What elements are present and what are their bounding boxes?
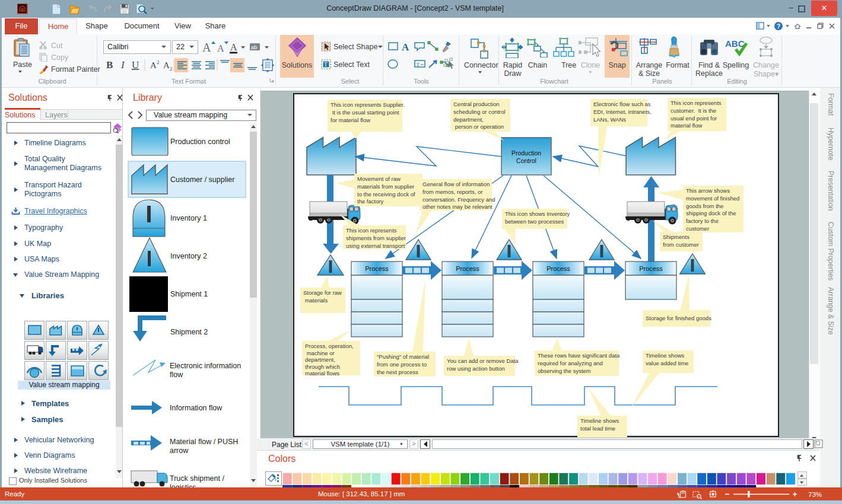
svg-text:2: 2: [170, 66, 173, 72]
svg-text:B: B: [106, 59, 113, 71]
svg-text:A: A: [230, 42, 237, 52]
svg-text:73%: 73%: [808, 491, 822, 498]
svg-text:Process: Process: [639, 265, 663, 272]
svg-text:Process: Process: [365, 265, 389, 272]
svg-text:T: T: [417, 62, 420, 68]
svg-text:Process: Process: [546, 265, 570, 272]
svg-text:?: ?: [777, 23, 780, 30]
svg-text:Control: Control: [516, 157, 536, 164]
svg-text:A: A: [217, 43, 224, 53]
svg-text:Production: Production: [511, 149, 541, 157]
svg-text:ab: ab: [251, 44, 258, 50]
svg-text:Process: Process: [456, 265, 479, 272]
svg-text:ABC: ABC: [725, 39, 745, 49]
svg-text:2: 2: [157, 59, 160, 65]
svg-text:A: A: [163, 60, 170, 70]
svg-text:A: A: [402, 42, 409, 53]
svg-text:T: T: [324, 62, 328, 68]
svg-text:U: U: [132, 59, 139, 71]
svg-text:I: I: [120, 59, 125, 71]
svg-text:A: A: [150, 60, 157, 70]
svg-text:A: A: [202, 41, 211, 54]
